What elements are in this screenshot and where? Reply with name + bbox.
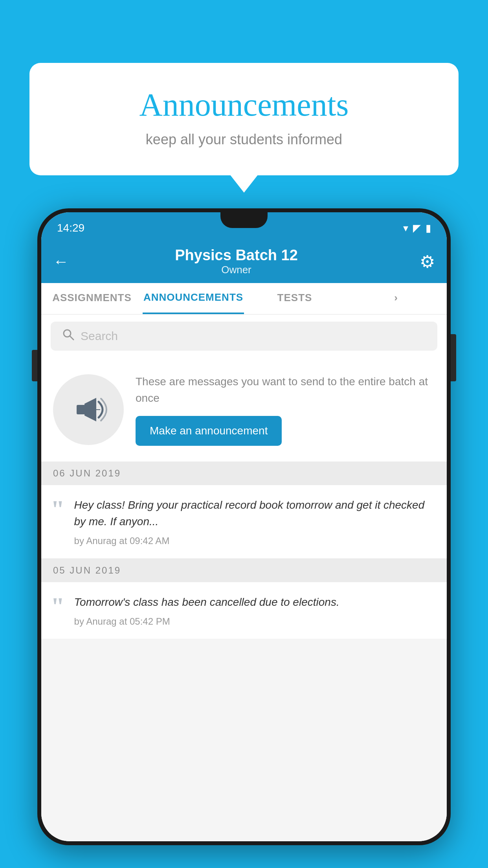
announcement-message-2: Tomorrow's class has been cancelled due … (74, 594, 435, 611)
date-divider-1: 06 JUN 2019 (41, 462, 447, 485)
phone-screen: 14:29 ▾ ◤ ▮ ← Physics Batch 12 Owner ⚙ A… (41, 212, 447, 841)
search-icon (62, 329, 74, 344)
tab-more[interactable]: › (345, 283, 447, 314)
announcement-message-1: Hey class! Bring your practical record b… (74, 497, 435, 530)
speech-bubble-subtitle: keep all your students informed (61, 131, 427, 148)
tab-assignments[interactable]: ASSIGNMENTS (41, 283, 143, 314)
app-bar-title: Physics Batch 12 (77, 247, 396, 264)
make-announcement-button[interactable]: Make an announcement (136, 416, 282, 446)
date-divider-2-text: 05 JUN 2019 (53, 565, 121, 576)
tabs-bar: ASSIGNMENTS ANNOUNCEMENTS TESTS › (41, 283, 447, 314)
phone-notch (220, 212, 268, 228)
back-button[interactable]: ← (53, 253, 69, 270)
settings-icon[interactable]: ⚙ (420, 252, 435, 272)
signal-icon: ◤ (413, 222, 421, 234)
wifi-icon: ▾ (403, 222, 408, 234)
announcement-content-2: Tomorrow's class has been cancelled due … (74, 594, 435, 627)
app-bar: ← Physics Batch 12 Owner ⚙ (41, 240, 447, 283)
search-bar[interactable]: Search (51, 322, 437, 351)
search-container: Search (41, 314, 447, 358)
announcement-content-1: Hey class! Bring your practical record b… (74, 497, 435, 546)
app-bar-subtitle: Owner (77, 264, 396, 276)
status-time: 14:29 (57, 222, 84, 234)
phone-container: 14:29 ▾ ◤ ▮ ← Physics Batch 12 Owner ⚙ A… (37, 208, 451, 868)
speech-bubble: Announcements keep all your students inf… (29, 63, 459, 175)
announcement-right: These are messages you want to send to t… (136, 373, 435, 446)
announcement-prompt: These are messages you want to send to t… (41, 358, 447, 462)
search-placeholder: Search (81, 329, 118, 343)
announcement-item-2[interactable]: " Tomorrow's class has been cancelled du… (41, 582, 447, 639)
speech-bubble-section: Announcements keep all your students inf… (29, 63, 459, 175)
announcement-item-1[interactable]: " Hey class! Bring your practical record… (41, 485, 447, 559)
speech-bubble-title: Announcements (61, 86, 427, 123)
quote-icon-1: " (51, 501, 65, 519)
svg-line-1 (70, 336, 73, 340)
battery-icon: ▮ (426, 222, 431, 234)
date-divider-2: 05 JUN 2019 (41, 559, 447, 582)
quote-icon-2: " (51, 598, 65, 616)
tab-tests[interactable]: TESTS (244, 283, 345, 314)
announcement-meta-2: by Anurag at 05:42 PM (74, 616, 435, 627)
phone-frame: 14:29 ▾ ◤ ▮ ← Physics Batch 12 Owner ⚙ A… (37, 208, 451, 845)
app-bar-title-section: Physics Batch 12 Owner (77, 247, 396, 276)
announcement-icon-circle (53, 374, 124, 445)
svg-rect-2 (77, 405, 85, 414)
date-divider-1-text: 06 JUN 2019 (53, 468, 121, 479)
status-icons: ▾ ◤ ▮ (403, 222, 431, 234)
screen-content: Search (41, 314, 447, 841)
announcement-meta-1: by Anurag at 09:42 AM (74, 535, 435, 546)
announcement-description: These are messages you want to send to t… (136, 373, 435, 406)
megaphone-icon (69, 390, 108, 429)
tab-announcements[interactable]: ANNOUNCEMENTS (143, 283, 244, 314)
